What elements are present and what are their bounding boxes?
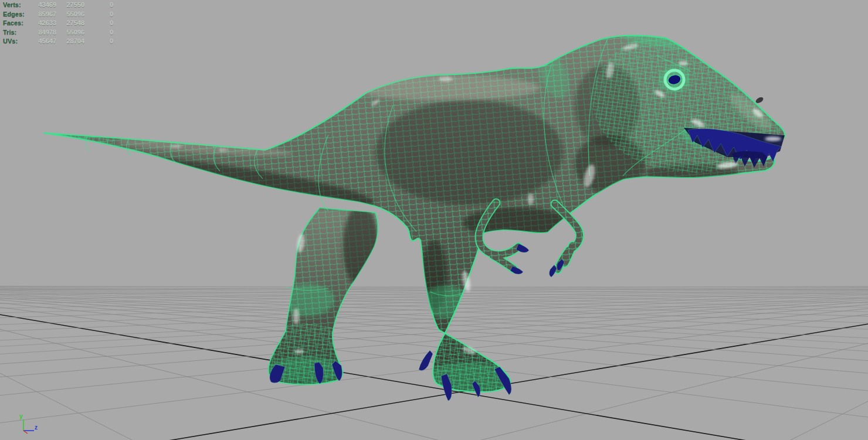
- hud-value: 85967: [36, 10, 56, 19]
- hud-value: 28704: [56, 37, 84, 46]
- poly-count-hud: Verts: 43469 27550 0 Edges: 85967 55096 …: [3, 1, 113, 46]
- hud-label: Edges:: [3, 10, 36, 19]
- hud-value: 0: [84, 19, 113, 28]
- hud-label: Verts:: [3, 1, 36, 10]
- hud-value: 43469: [36, 1, 56, 10]
- hud-value: 0: [84, 1, 113, 10]
- hud-row-edges: Edges: 85967 55096 0: [3, 10, 113, 19]
- hud-value: 42633: [36, 19, 56, 28]
- hud-value: 27550: [56, 1, 84, 10]
- hud-value: 45647: [36, 37, 56, 46]
- hud-value: 84978: [36, 28, 56, 37]
- hud-label: Tris:: [3, 28, 36, 37]
- hud-value: 0: [84, 10, 113, 19]
- scene-canvas[interactable]: y z: [0, 0, 868, 440]
- hud-row-verts: Verts: 43469 27550 0: [3, 1, 113, 10]
- trex-model[interactable]: [26, 26, 792, 403]
- hud-row-uvs: UVs: 45647 28704 0: [3, 37, 113, 46]
- viewport-3d[interactable]: y z Verts: 43469 27550 0 Edges: 85967 55…: [0, 0, 868, 440]
- hud-value: 27548: [56, 19, 84, 28]
- hud-label: Faces:: [3, 19, 36, 28]
- view-axis-gizmo: y z: [19, 413, 38, 434]
- hud-value: 0: [84, 37, 113, 46]
- hud-label: UVs:: [3, 37, 36, 46]
- hud-row-faces: Faces: 42633 27548 0: [3, 19, 113, 28]
- hud-row-tris: Tris: 84978 55096 0: [3, 28, 113, 37]
- trex-near-arm: [555, 204, 579, 270]
- hud-value: 0: [84, 28, 113, 37]
- hud-value: 55096: [56, 10, 84, 19]
- axis-z-label: z: [35, 424, 38, 431]
- axis-y-label: y: [19, 413, 23, 419]
- hud-value: 55096: [56, 28, 84, 37]
